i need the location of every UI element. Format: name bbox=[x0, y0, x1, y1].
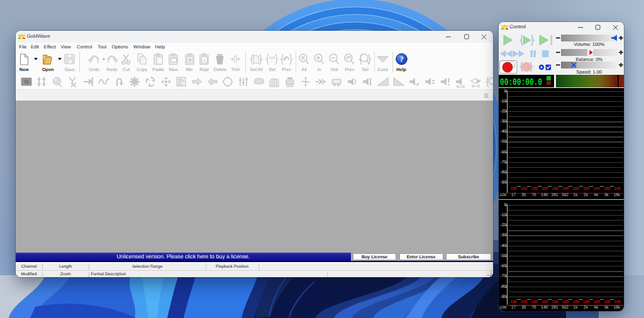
svg-text:×: × bbox=[231, 56, 234, 62]
svg-text:×: × bbox=[237, 56, 240, 62]
svg-text:{×}: {×} bbox=[201, 57, 208, 63]
svg-text:?: ? bbox=[399, 55, 403, 63]
svg-text:...: ... bbox=[270, 60, 274, 63]
